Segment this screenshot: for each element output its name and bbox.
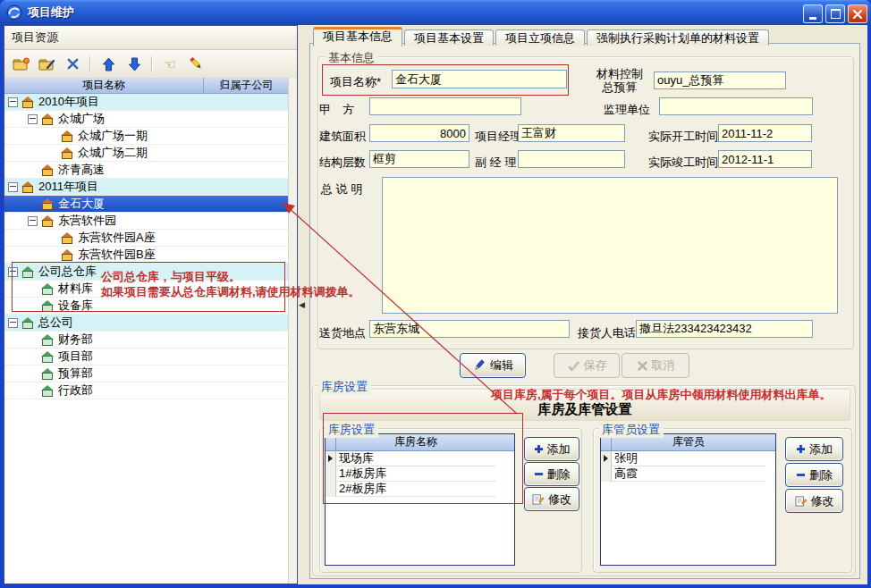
tree-item[interactable]: 项目部 (4, 349, 289, 365)
storeroom-table: 库房名称 现场库 1#板房库 2#板房库 (325, 433, 515, 566)
new-folder-icon[interactable] (12, 56, 30, 72)
tree-item[interactable]: 设备库 (4, 298, 289, 315)
tab-project-basic-settings[interactable]: 项目基本设置 (404, 29, 494, 46)
toolbar-separator (151, 56, 153, 72)
edit-folder-icon[interactable] (38, 56, 55, 72)
tree-item-selected[interactable]: 金石大厦 (4, 196, 289, 213)
cancel-button[interactable]: 取消 (622, 353, 689, 378)
actual-start-label: 实际开工时间 (648, 129, 718, 145)
column-header-subsidiary[interactable]: 归属子公司 (204, 78, 289, 93)
x-icon (637, 360, 648, 372)
tab-page-basic-info: 基本信息 项目名称* 材料控制总预算 甲 方 监理单位 建筑面积 项目经理 实际… (309, 43, 860, 579)
tab-project-basic-info[interactable]: 项目基本信息 (313, 27, 402, 46)
table-row[interactable]: 高霞 (601, 466, 775, 482)
pencil-icon (472, 359, 486, 373)
save-button[interactable]: 保存 (554, 353, 620, 378)
material-budget-field[interactable] (654, 71, 786, 89)
tree-item[interactable]: 2010年项目 (4, 94, 289, 111)
house-yellow-icon (21, 97, 34, 108)
storeroom-delete-button[interactable]: 删除 (524, 462, 579, 486)
crayon-icon[interactable] (187, 56, 205, 72)
project-name-field[interactable] (392, 70, 567, 88)
minus-expand-icon[interactable] (28, 216, 38, 226)
plus-icon (796, 444, 806, 454)
supervisor-unit-field[interactable] (659, 97, 813, 115)
party-a-field[interactable] (369, 97, 521, 115)
tree-item[interactable]: 财务部 (4, 332, 289, 349)
arrow-up-icon[interactable] (99, 56, 117, 72)
table-row[interactable]: 张明 (601, 451, 775, 466)
deputy-manager-field[interactable] (518, 150, 625, 168)
project-manager-field[interactable] (518, 124, 625, 142)
tree-item[interactable]: 公司总仓库 (4, 264, 289, 281)
hand-point-icon[interactable]: ☜ (161, 56, 179, 72)
minus-expand-icon[interactable] (28, 114, 38, 124)
minimize-icon (809, 17, 816, 20)
general-note-field[interactable] (382, 177, 838, 314)
house-green-icon (21, 266, 34, 278)
tree-item[interactable]: 总公司 (4, 315, 289, 332)
panel-splitter[interactable]: ◀ (298, 25, 308, 584)
house-green-icon (41, 385, 54, 397)
delete-x-icon[interactable] (63, 56, 81, 72)
storeroom-add-button[interactable]: 添加 (524, 437, 579, 461)
minus-expand-icon[interactable] (8, 318, 18, 328)
edit-button[interactable]: 编辑 (460, 353, 526, 378)
keeper-add-button[interactable]: 添加 (785, 437, 843, 461)
tree-item[interactable]: 济青高速 (4, 162, 289, 179)
house-green-icon (41, 300, 54, 312)
keeper-modify-button[interactable]: 修改 (785, 489, 843, 513)
house-yellow-icon (61, 147, 73, 159)
minus-expand-icon[interactable] (8, 182, 18, 192)
actual-start-field[interactable] (718, 124, 812, 142)
column-header-project-name[interactable]: 项目名称 (4, 78, 204, 93)
tree-item[interactable]: 东营软件园 (4, 213, 289, 230)
minus-expand-icon[interactable] (8, 97, 18, 107)
title-bar: 项目维护 (0, 0, 871, 25)
general-note-label: 总 说 明 (321, 181, 362, 197)
arrow-down-icon[interactable] (125, 56, 143, 72)
project-name-label: 项目名称* (330, 74, 381, 90)
basic-info-caption: 基本信息 (325, 50, 378, 66)
tree-item[interactable]: 行政部 (4, 382, 289, 399)
house-green-icon (41, 334, 54, 346)
table-row[interactable]: 1#板房库 (326, 466, 514, 482)
receiver-phone-field[interactable] (636, 320, 813, 338)
material-budget-label: 材料控制总预算 (591, 67, 648, 94)
keeper-delete-button[interactable]: 删除 (785, 463, 843, 487)
tree-item[interactable]: 东营软件园A座 (4, 230, 289, 247)
tree-item[interactable]: 预算部 (4, 365, 289, 382)
tree-item[interactable]: 材料库 (4, 281, 289, 298)
storeroom-modify-button[interactable]: 修改 (524, 487, 579, 511)
table-row[interactable]: 现场库 (326, 451, 514, 466)
tree-item[interactable]: 众城广场 (4, 111, 289, 128)
supervisor-unit-label: 监理单位 (604, 102, 650, 118)
minimize-button[interactable] (803, 4, 823, 23)
minus-expand-icon[interactable] (8, 267, 18, 277)
keeper-caption: 库管员设置 (598, 422, 664, 438)
close-button[interactable] (848, 4, 867, 23)
structure-layers-field[interactable] (369, 150, 469, 168)
house-green-icon (41, 351, 54, 363)
house-yellow-icon (61, 249, 73, 261)
tree-scrollbar[interactable] (288, 78, 297, 584)
house-yellow-icon (61, 232, 73, 244)
tab-forced-purchase-material-settings[interactable]: 强制执行采购计划单的材料设置 (587, 29, 769, 46)
app-icon (6, 4, 22, 21)
house-yellow-icon (41, 198, 54, 210)
collapse-arrow-icon[interactable]: ◀ (299, 300, 305, 309)
deputy-manager-label: 副 经 理 (475, 155, 516, 171)
table-row[interactable]: 2#板房库 (326, 482, 514, 497)
delivery-place-label: 送货地点 (319, 325, 366, 341)
delivery-place-field[interactable] (369, 320, 570, 338)
tree-item[interactable]: 众城广场一期 (4, 128, 289, 145)
maximize-button[interactable] (825, 4, 845, 23)
left-panel-title: 项目资源 (4, 26, 297, 50)
tree-item[interactable]: 东营软件园B座 (4, 247, 289, 264)
detail-panel: 项目基本信息 项目基本设置 项目立项信息 强制执行采购计划单的材料设置 基本信息… (308, 25, 867, 584)
building-area-field[interactable] (369, 124, 469, 142)
tab-project-approval-info[interactable]: 项目立项信息 (495, 29, 585, 46)
actual-end-field[interactable] (718, 150, 812, 168)
tree-item[interactable]: 众城广场二期 (4, 145, 289, 162)
tree-item[interactable]: 2011年项目 (4, 179, 289, 196)
